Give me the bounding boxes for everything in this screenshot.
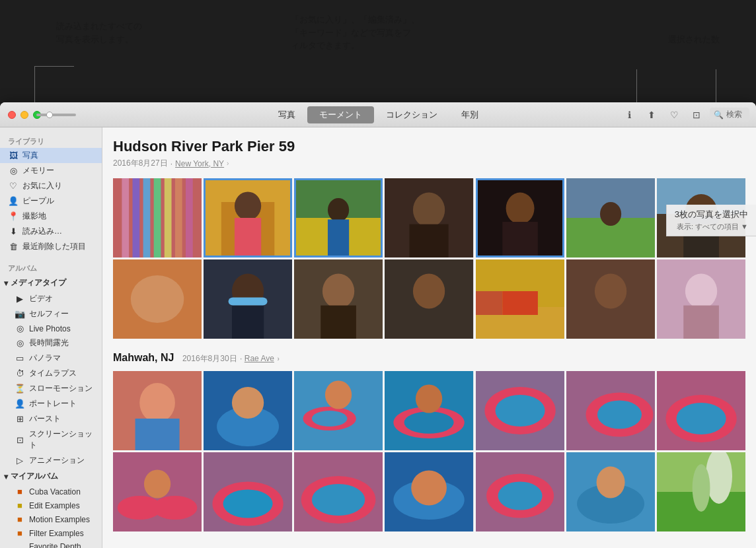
pool-photo-4[interactable] xyxy=(385,371,473,450)
photo-cell-1[interactable] xyxy=(113,178,202,257)
sidebar-item-label: アニメーション xyxy=(29,455,85,466)
photo-row-2-1 xyxy=(113,371,745,450)
sidebar-item-motion-examples[interactable]: ■ Motion Examples xyxy=(0,512,102,526)
sidebar-item-places[interactable]: 📍 撮影地 xyxy=(0,209,102,224)
svg-point-48 xyxy=(595,274,626,309)
pool-photo-8[interactable] xyxy=(113,452,202,531)
svg-rect-18 xyxy=(410,224,449,257)
share-button[interactable]: ⬆ xyxy=(642,107,661,123)
my-albums-group[interactable]: ▾ マイアルバム xyxy=(0,468,102,485)
svg-rect-5 xyxy=(165,178,172,257)
sidebar-item-long-exposure[interactable]: ◎ 長時間露光 xyxy=(0,335,102,351)
sidebar-item-video[interactable]: ▶ ビデオ xyxy=(0,291,102,306)
svg-point-64 xyxy=(404,411,454,434)
photo-cell-4[interactable] xyxy=(385,178,473,257)
media-types-group[interactable]: ▾ メディアタイプ xyxy=(0,275,102,291)
svg-rect-1 xyxy=(122,178,129,257)
photo-cell-5[interactable] xyxy=(476,178,564,257)
sidebar-item-people[interactable]: 👤 ピープル xyxy=(0,193,102,209)
svg-rect-46 xyxy=(502,291,538,315)
sidebar-item-screenshots[interactable]: ⊡ スクリーンショット xyxy=(0,427,102,453)
pool-photo-6[interactable] xyxy=(566,371,655,450)
tab-moments[interactable]: モーメント xyxy=(307,106,374,123)
close-button[interactable] xyxy=(8,111,16,119)
sidebar-item-label: メモリー xyxy=(22,165,54,176)
sidebar-item-edit-examples[interactable]: ■ Edit Examples xyxy=(0,498,102,512)
tab-photos[interactable]: 写真 xyxy=(266,106,307,123)
moment-location-1[interactable]: New York, NY xyxy=(175,159,224,168)
svg-point-81 xyxy=(153,496,197,520)
sidebar-item-favorites[interactable]: ♡ お気に入り xyxy=(0,178,102,193)
pool-photo-13[interactable] xyxy=(566,452,655,531)
photo-cell-12[interactable] xyxy=(476,259,564,339)
sidebar-item-live-photos[interactable]: ◎ Live Photos xyxy=(0,322,102,335)
sidebar-item-memories[interactable]: ◎ メモリー xyxy=(0,163,102,178)
panorama-icon: ▭ xyxy=(15,353,25,363)
sidebar-item-imports[interactable]: ⬇ 読み込み… xyxy=(0,224,102,239)
photo-cell-6[interactable] xyxy=(566,178,655,257)
photo-row-1-1 xyxy=(113,178,745,257)
duplicate-button[interactable]: ⊡ xyxy=(687,107,706,123)
sidebar-item-label: タイムラプス xyxy=(29,368,77,379)
zoom-slider[interactable] xyxy=(36,114,76,116)
sidebar-item-photos[interactable]: 🖼 写真 xyxy=(0,148,102,163)
photo-cell-14[interactable] xyxy=(657,259,745,339)
sidebar-item-burst[interactable]: ⊞ バースト xyxy=(0,411,102,427)
photo-cell-11[interactable] xyxy=(385,259,473,339)
moment-title-2-text: Mahwah, NJ xyxy=(113,352,174,363)
pool-photo-5[interactable] xyxy=(476,371,564,450)
sidebar-item-filter-examples[interactable]: ■ Filter Examples xyxy=(0,526,102,540)
dot-2: · xyxy=(240,354,245,363)
svg-point-69 xyxy=(495,395,545,427)
pool-photo-3[interactable] xyxy=(294,371,383,450)
photo-cell-10[interactable] xyxy=(294,259,383,339)
sidebar-item-favorite-depth[interactable]: ⚙ Favorite Depth Phot... xyxy=(0,540,102,548)
svg-point-93 xyxy=(412,471,447,506)
pool-photo-11[interactable] xyxy=(385,452,473,531)
moment-title-2: Mahwah, NJ 2016年8月30日 · Rae Ave › xyxy=(113,352,745,364)
minimize-button[interactable] xyxy=(20,111,28,119)
memories-icon: ◎ xyxy=(8,166,19,176)
pool-photo-14[interactable] xyxy=(657,452,745,531)
sidebar-item-slow-motion[interactable]: ⏳ スローモーション xyxy=(0,381,102,396)
sidebar-item-animation[interactable]: ▷ アニメーション xyxy=(0,453,102,468)
search-box[interactable]: 🔍 検索 xyxy=(710,108,749,121)
sidebar-item-label: ポートレート xyxy=(29,398,77,409)
pool-photo-7[interactable] xyxy=(657,371,745,450)
sidebar-item-label: 写真 xyxy=(22,150,38,161)
moment-location-2[interactable]: Rae Ave xyxy=(245,354,274,363)
pool-photo-10[interactable] xyxy=(294,452,383,531)
screenshots-icon: ⊡ xyxy=(15,435,25,445)
sidebar-item-label: 最近削除した項目 xyxy=(22,241,86,252)
sidebar-item-label: パノラマ xyxy=(29,353,61,364)
photo-cell-13[interactable] xyxy=(566,259,655,339)
tab-years[interactable]: 年別 xyxy=(449,106,490,123)
photo-row-2-2 xyxy=(113,452,745,531)
photo-cell-3[interactable] xyxy=(294,178,383,257)
svg-point-39 xyxy=(322,274,354,309)
sidebar-item-selfies[interactable]: 📷 セルフィー xyxy=(0,306,102,322)
sidebar-item-panorama[interactable]: ▭ パノラマ xyxy=(0,351,102,366)
sidebar-item-label: 長時間露光 xyxy=(29,337,69,349)
tab-collections[interactable]: コレクション xyxy=(374,106,449,123)
sidebar-item-cuba-vacation[interactable]: ■ Cuba Vacation xyxy=(0,485,102,498)
long-exposure-icon: ◎ xyxy=(15,338,25,348)
pool-photo-2[interactable] xyxy=(204,371,292,450)
photo-cell-2[interactable] xyxy=(204,178,292,257)
pool-photo-9[interactable] xyxy=(204,452,292,531)
photo-cell-8[interactable] xyxy=(113,259,202,339)
sidebar-item-timelapse[interactable]: ⏱ タイムラプス xyxy=(0,366,102,381)
favorite-button[interactable]: ♡ xyxy=(665,107,683,123)
pool-photo-1[interactable] xyxy=(113,371,202,450)
moment-date-2: 2016年8月30日 xyxy=(182,354,237,363)
library-header: ライブラリ xyxy=(0,133,102,148)
photo-cell-9[interactable] xyxy=(204,259,292,339)
toolbar-right: ℹ ⬆ ♡ ⊡ 🔍 検索 xyxy=(620,107,749,123)
sidebar-item-portrait[interactable]: 👤 ポートレート xyxy=(0,396,102,411)
my-albums-label: マイアルバム xyxy=(11,471,58,482)
svg-rect-37 xyxy=(229,298,268,306)
sidebar-item-recently-deleted[interactable]: 🗑 最近削除した項目 xyxy=(0,239,102,254)
svg-point-57 xyxy=(232,387,264,419)
info-button[interactable]: ℹ xyxy=(620,107,638,123)
pool-photo-12[interactable] xyxy=(476,452,564,531)
